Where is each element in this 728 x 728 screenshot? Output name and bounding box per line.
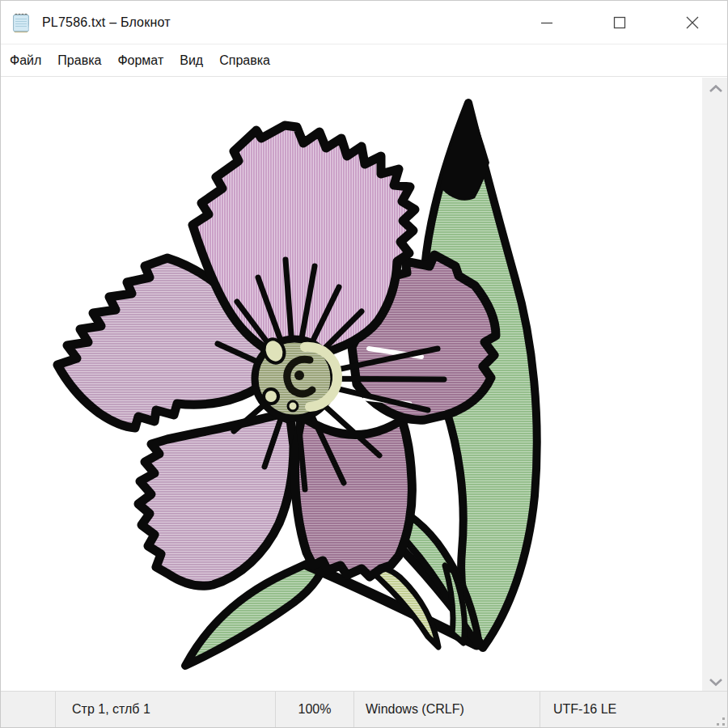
resize-grip-icon[interactable] — [722, 717, 725, 720]
close-button[interactable] — [656, 1, 728, 44]
scroll-down-icon[interactable] — [702, 671, 728, 692]
vertical-scrollbar[interactable] — [702, 78, 728, 692]
menu-help[interactable]: Справка — [211, 44, 278, 76]
scroll-up-icon[interactable] — [702, 78, 728, 99]
status-bar: Стр 1, стлб 1 100% Windows (CRLF) UTF-16… — [1, 691, 728, 727]
notepad-window: PL7586.txt – Блокнот Файл Правка Формат … — [0, 0, 728, 728]
menu-view[interactable]: Вид — [171, 44, 211, 76]
flower-center — [255, 336, 337, 418]
notepad-icon — [9, 11, 33, 35]
flower-clipart — [1, 78, 728, 692]
line-ending-text: Windows (CRLF) — [366, 702, 464, 717]
cursor-position-text: Стр 1, стлб 1 — [72, 702, 150, 717]
petal-lower-left — [138, 415, 294, 586]
menu-bar: Файл Правка Формат Вид Справка — [1, 44, 728, 77]
window-title: PL7586.txt – Блокнот — [42, 15, 171, 30]
maximize-button[interactable] — [583, 1, 656, 44]
petal-bottom — [295, 417, 413, 577]
menu-file[interactable]: Файл — [2, 44, 49, 76]
status-cursor-position: Стр 1, стлб 1 — [56, 692, 276, 727]
editor-area[interactable] — [1, 78, 728, 692]
status-spacer — [1, 692, 56, 727]
zoom-level-text: 100% — [298, 702, 332, 717]
status-zoom: 100% — [276, 692, 354, 727]
status-encoding: UTF-16 LE — [540, 692, 728, 727]
window-controls — [510, 1, 728, 44]
encoding-text: UTF-16 LE — [553, 702, 616, 717]
status-line-ending: Windows (CRLF) — [354, 692, 540, 727]
menu-edit[interactable]: Правка — [49, 44, 109, 76]
menu-format[interactable]: Формат — [109, 44, 171, 76]
title-bar: PL7586.txt – Блокнот — [1, 1, 728, 44]
minimize-button[interactable] — [510, 1, 583, 44]
